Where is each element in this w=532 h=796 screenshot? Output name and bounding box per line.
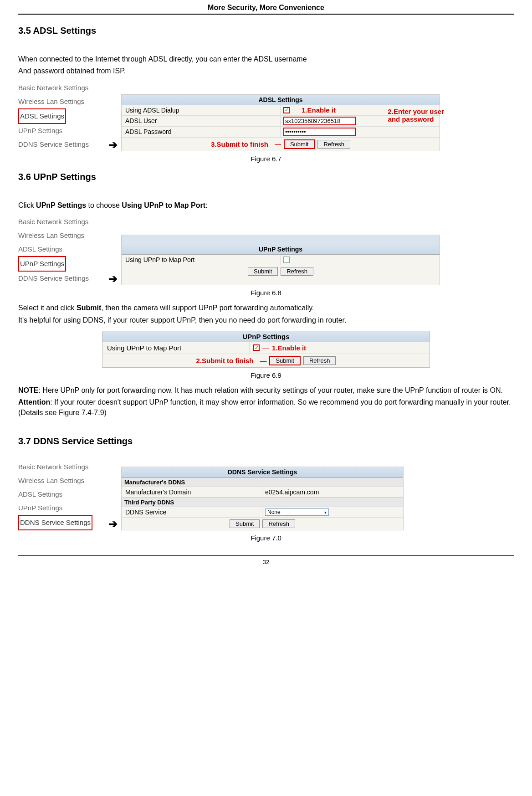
nav-wireless[interactable]: Wireless Lan Settings — [18, 229, 102, 242]
refresh-button[interactable]: Refresh — [262, 519, 295, 528]
ddns-sub-thirdparty: Third Party DDNS — [122, 498, 403, 507]
figure-7-0-caption: Figure 7.0 — [18, 534, 514, 542]
nav-basic[interactable]: Basic Network Settings — [18, 215, 102, 229]
adsl-password-input[interactable]: •••••••••• — [283, 128, 356, 136]
upnp-panel-title: UPnP Settings — [102, 331, 430, 342]
figure-6-7-caption: Figure 6.7 — [18, 155, 514, 163]
annotation-user-pass-2: and password — [388, 115, 444, 123]
adsl-user-label: ADSL User — [122, 116, 281, 126]
intro-3-5-line2: And password obtained from ISP. — [18, 66, 514, 76]
nav-upnp[interactable]: UPnP Settings — [18, 501, 102, 515]
upnp-map-label: Using UPnP to Map Port — [122, 255, 281, 265]
intro-3-6: Click UPnP Settings to choose Using UPnP… — [18, 200, 514, 211]
figure-6-9-caption: Figure 6.9 — [18, 371, 514, 379]
ddns-service-select[interactable]: None ▾ — [265, 508, 329, 516]
fig-7-0-nav: Basic Network Settings Wireless Lan Sett… — [18, 460, 105, 530]
fig-6-7-panel: ADSL Settings Using ADSL Dialup ✓ — 1.En… — [121, 94, 440, 151]
ddns-service-label: DDNS Service — [122, 507, 262, 517]
heading-3-5: 3.5 ADSL Settings — [18, 26, 514, 36]
adsl-password-label: ADSL Password — [122, 127, 281, 137]
nav-basic[interactable]: Basic Network Settings — [18, 460, 102, 474]
figure-6-8-caption: Figure 6.8 — [18, 289, 514, 297]
nav-ddns[interactable]: DDNS Service Settings — [18, 515, 92, 530]
adsl-dialup-checkbox[interactable]: ✓ — [283, 107, 290, 113]
annotation-submit-finish: 2.Submit to finish — [196, 357, 254, 365]
post-6-8-line1: Select it and click Submit, then the cam… — [18, 303, 514, 313]
refresh-button[interactable]: Refresh — [281, 267, 313, 276]
ddns-sub-manufacturer: Manufacturer's DDNS — [122, 478, 403, 487]
nav-adsl[interactable]: ADSL Settings — [18, 108, 66, 124]
upnp-panel-title: UPnP Settings — [122, 244, 440, 255]
annotation-submit-finish: 3.Submit to finish — [211, 140, 268, 148]
upnp-map-checkbox[interactable] — [283, 257, 290, 263]
ddns-domain-label: Manufacturer's Domain — [122, 487, 262, 497]
adsl-user-input[interactable]: sx102356897236518 — [283, 117, 356, 125]
adsl-dialup-label: Using ADSL Dialup — [122, 105, 281, 115]
page-number: 32 — [18, 555, 514, 565]
post-6-8-line2: It's helpful for using DDNS, if your rou… — [18, 315, 514, 325]
nav-upnp[interactable]: UPnP Settings — [18, 256, 66, 272]
ddns-panel-title: DDNS Service Settings — [122, 467, 403, 478]
fig-6-8-panel: UPnP Settings Using UPnP to Map Port Sub… — [121, 235, 440, 285]
figure-7-0: Basic Network Settings Wireless Lan Sett… — [18, 460, 514, 530]
adsl-panel-title: ADSL Settings — [122, 95, 440, 105]
ddns-domain-value: e0254.aipcam.com — [265, 488, 319, 496]
figure-6-8: Basic Network Settings Wireless Lan Sett… — [18, 215, 514, 285]
refresh-button[interactable]: Refresh — [303, 356, 336, 365]
note-line: NOTE: Here UPnP only for port forwarding… — [18, 385, 514, 395]
nav-wireless[interactable]: Wireless Lan Settings — [18, 474, 102, 488]
chevron-down-icon: ▾ — [324, 510, 327, 515]
submit-button[interactable]: Submit — [284, 139, 315, 149]
nav-basic[interactable]: Basic Network Settings — [18, 81, 102, 95]
submit-button[interactable]: Submit — [248, 267, 278, 276]
arrow-icon: ➔ — [108, 272, 118, 285]
annotation-enable: 1.Enable it — [302, 106, 336, 114]
attention-line: Attention: If your router doesn't suppor… — [18, 397, 514, 418]
figure-6-7: Basic Network Settings Wireless Lan Sett… — [18, 81, 514, 151]
figure-6-9-panel: UPnP Settings Using UPnP to Map Port ✓ —… — [102, 331, 430, 368]
submit-button[interactable]: Submit — [269, 356, 300, 365]
fig-7-0-panel: DDNS Service Settings Manufacturer's DDN… — [121, 467, 404, 530]
upnp-map-label: Using UPnP to Map Port — [102, 342, 250, 354]
nav-ddns[interactable]: DDNS Service Settings — [18, 272, 102, 285]
annotation-user-pass-1: 2.Enter your user — [388, 108, 444, 115]
arrow-icon: ➔ — [108, 518, 118, 530]
heading-3-6: 3.6 UPnP Settings — [18, 172, 514, 182]
page-header: More Security, More Convenience — [18, 0, 514, 15]
nav-adsl[interactable]: ADSL Settings — [18, 488, 102, 501]
nav-wireless[interactable]: Wireless Lan Settings — [18, 95, 102, 108]
fig-6-7-nav: Basic Network Settings Wireless Lan Sett… — [18, 81, 105, 151]
refresh-button[interactable]: Refresh — [317, 140, 350, 149]
heading-3-7: 3.7 DDNS Service Settings — [18, 436, 514, 447]
annotation-enable: 1.Enable it — [272, 344, 306, 352]
submit-button[interactable]: Submit — [230, 519, 260, 528]
nav-adsl[interactable]: ADSL Settings — [18, 242, 102, 256]
fig-6-8-nav: Basic Network Settings Wireless Lan Sett… — [18, 215, 105, 285]
upnp-map-checkbox[interactable]: ✓ — [253, 344, 260, 351]
nav-upnp[interactable]: UPnP Settings — [18, 124, 102, 138]
nav-ddns[interactable]: DDNS Service Settings — [18, 138, 102, 151]
intro-3-5-line1: When connected to the Internet through A… — [18, 54, 514, 64]
arrow-icon: ➔ — [108, 139, 118, 151]
